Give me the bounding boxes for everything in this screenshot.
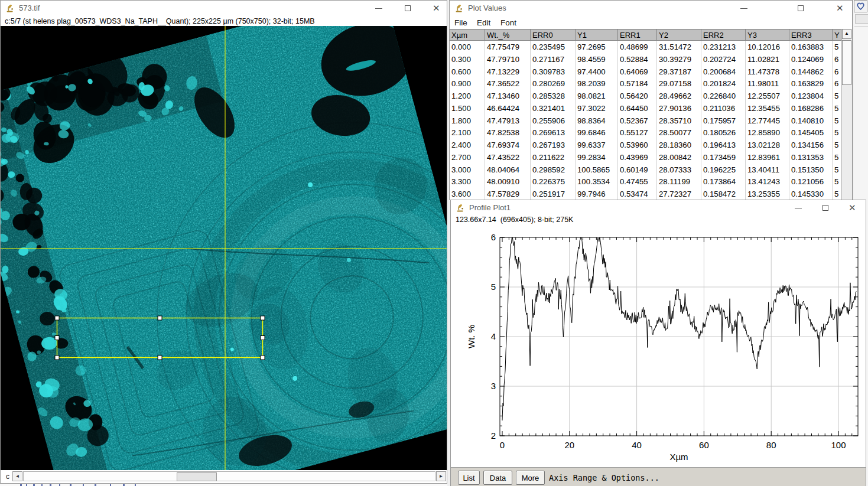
table-cell: 0.196225 [701,164,746,176]
menu-file[interactable]: File [451,17,471,28]
table-cell: 0.121056 [789,175,833,188]
table-cell: 27.72327 [657,188,701,200]
table-cell: 0.000 [450,41,485,53]
table-cell: 0.211036 [701,102,746,115]
toolbar-button[interactable] [854,0,867,12]
table-cell: 0.140810 [789,115,833,127]
table-cell: 31.51472 [657,41,701,53]
scrollbar-thumb[interactable] [177,472,217,481]
close-button[interactable]: ✕ [427,1,447,16]
table-cell: 0.52367 [618,115,657,127]
table-header-cell[interactable]: ERR1 [618,29,657,41]
rotated-map [1,26,447,470]
table-row[interactable]: 3.00048.040640.298592100.58650.6014928.0… [450,164,843,176]
table-header-cell[interactable]: ERR0 [531,29,576,41]
table-header-cell[interactable]: Wt._% [485,29,531,41]
imagej-microscope-icon [454,4,464,13]
table-cell: 0.134156 [789,139,833,151]
table-cell: 13.41243 [746,175,789,188]
plot-values-titlebar[interactable]: Plot Values ✕ [450,1,852,16]
close-button[interactable]: ✕ [843,200,863,216]
table-body[interactable]: 0.00047.754790.23549597.26950.4869931.51… [450,41,843,201]
table-cell: 0.48699 [618,41,657,53]
table-cell: 0.64450 [618,102,657,115]
table-cell: 0.60149 [618,164,657,176]
scroll-up-arrow[interactable]: ▲ [842,29,851,39]
table-cell: 0.144862 [789,66,833,78]
svg-text:100: 100 [831,440,846,450]
image-info-line: c:5/7 (st helens plag_00573_WDS3_Na_TAPH… [1,17,447,26]
table-cell: 0.131353 [789,151,833,164]
table-cell: 97.4400 [576,66,618,78]
table-header-cell[interactable]: Y2 [657,29,701,41]
table-cell: 0.180526 [701,126,746,139]
table-row[interactable]: 2.70047.435220.21162299.28340.4396928.00… [450,151,843,164]
table-cell: 0.269613 [531,126,576,139]
table-row[interactable]: 2.10047.825380.26961399.68460.5512728.50… [450,126,843,139]
table-header-cell[interactable]: ERR2 [701,29,746,41]
table-cell: 0.251917 [531,188,576,200]
table-row[interactable]: 0.30047.797100.27116798.45590.5288430.39… [450,53,843,66]
table-cell: 47.36522 [485,77,531,90]
table-cell: 30.39279 [657,53,701,66]
menu-edit[interactable]: Edit [473,17,494,28]
maximize-button[interactable] [398,1,418,16]
table-cell: 0.163829 [789,77,833,90]
close-button[interactable]: ✕ [830,1,850,16]
heart-icon [854,1,867,12]
more-button[interactable]: More » [516,471,545,485]
table-header-cell[interactable]: Xµm [450,29,485,41]
maximize-button[interactable] [816,200,836,216]
scroll-right-arrow[interactable]: ► [436,471,446,481]
table-row[interactable]: 1.50046.644240.32140197.30220.6445027.90… [450,102,843,115]
minimize-button[interactable] [788,200,808,216]
table-cell: 0.163883 [789,41,833,53]
menu-font[interactable]: Font [497,17,520,28]
data-button[interactable]: Data » [483,471,512,485]
axis-options-label[interactable]: Axis Range & Options... [549,473,659,482]
table-cell: 0.57184 [618,77,657,90]
table-cell: 47.13229 [485,66,531,78]
maximize-button[interactable] [791,1,811,16]
table-row[interactable]: 2.40047.693740.26719399.63370.5396028.18… [450,139,843,151]
table-cell: 0.226840 [701,90,746,102]
table-row[interactable]: 3.60047.578290.25191799.79460.5347427.72… [450,188,843,200]
table-row[interactable]: 1.20047.134600.28532898.08210.5642028.49… [450,90,843,102]
table-cell: 0.124069 [789,53,833,66]
list-button[interactable]: List [458,471,480,485]
svg-text:80: 80 [766,440,776,450]
table-cell: 98.2039 [576,77,618,90]
table-header-cell[interactable]: Y1 [576,29,618,41]
table-cell: 2.100 [450,126,485,139]
table-header-cell[interactable]: Y3 [746,29,789,41]
profile-plot-titlebar[interactable]: Profile Plot1 ✕ [451,200,866,216]
scrollbar-track[interactable] [23,471,435,481]
scrollbar-thumb[interactable] [842,40,851,85]
table-cell: 0.285328 [531,90,576,102]
table-header-cell[interactable]: ERR3 [789,29,833,41]
minimize-button[interactable] [369,1,389,16]
table-cell: 29.07158 [657,77,701,90]
table-cell: 10.12016 [746,41,789,53]
table-scrollbar[interactable]: ▲ [841,29,852,200]
table-cell: 0.55127 [618,126,657,139]
scroll-left-arrow[interactable]: ◄ [12,471,22,481]
image-canvas[interactable] [1,26,447,470]
table-cell: 0.202724 [701,53,746,66]
table-row[interactable]: 0.90047.365220.28026998.20390.5718429.07… [450,77,843,90]
table-row[interactable]: 1.80047.479130.25590698.83640.5236728.35… [450,115,843,127]
profile-chart: 02040608010023456Wt. %Xµm [451,227,867,467]
table-cell: 1.200 [450,90,485,102]
table-cell: 0.200684 [701,66,746,78]
minimize-button[interactable] [734,1,754,16]
table-cell: 0.53474 [618,188,657,200]
table-row[interactable]: 0.00047.754790.23549597.26950.4869931.51… [450,41,843,53]
table-cell: 3.000 [450,164,485,176]
image-window-titlebar[interactable]: 573.tif ✕ [1,1,447,17]
table-header-row: XµmWt._%ERR0Y1ERR1Y2ERR2Y3ERR3Y [450,29,843,41]
table-row[interactable]: 0.60047.132290.30978397.44000.6406929.37… [450,66,843,78]
divider [854,26,868,27]
channel-scrollbar[interactable]: c ◄ ► [1,471,447,483]
table-row[interactable]: 3.30048.009100.226375100.35340.4745528.1… [450,175,843,188]
table-cell: 0.600 [450,66,485,78]
